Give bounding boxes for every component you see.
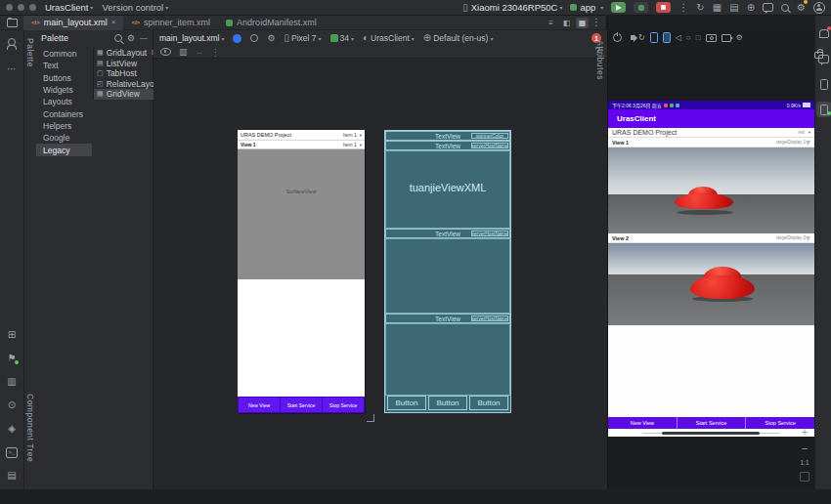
overview-icon[interactable]: □: [696, 34, 701, 42]
device-3d-view-1[interactable]: [608, 147, 814, 233]
device-view2-row[interactable]: View 2 targetDisplay 2 ▾: [608, 233, 814, 243]
preview-empty-area[interactable]: [238, 279, 365, 397]
fold-in-icon[interactable]: [663, 32, 671, 43]
palette-item-tabhost[interactable]: ▢TabHost: [94, 68, 154, 79]
preview-appbar[interactable]: URAS DEMO Project Item 1 ▾: [238, 130, 365, 140]
palette-category-widgets[interactable]: Widgets: [36, 84, 92, 96]
split-view-icon[interactable]: ◧: [560, 18, 573, 28]
blueprint-button[interactable]: Button: [387, 396, 426, 410]
palette-item-listview[interactable]: ▤ListView: [94, 59, 154, 69]
tab-spinner-item-xml[interactable]: </> spinner_item.xml: [123, 16, 218, 30]
pan-icon[interactable]: ↔: [196, 48, 203, 57]
view-options-icon[interactable]: [160, 48, 171, 56]
new-view-button[interactable]: New View: [608, 417, 677, 429]
blueprint-textview-row[interactable]: TextView serverHostName: [385, 229, 510, 238]
zoom-actual-button[interactable]: 1:1: [800, 460, 809, 467]
gear-icon[interactable]: ⚙: [127, 34, 135, 43]
component-tree-vertical-tab[interactable]: Component Tree: [25, 394, 35, 462]
run-configuration-selector[interactable]: app ▾: [570, 2, 603, 13]
unlocked-icon[interactable]: [814, 52, 823, 59]
gradle-sync-icon[interactable]: ↻: [696, 3, 704, 13]
device-view1-row[interactable]: View 1 targetDisplay 1 ▾: [608, 138, 814, 147]
project-menu[interactable]: UrasClient ▾: [45, 2, 93, 13]
api-level-picker[interactable]: 34 ▾: [330, 33, 354, 43]
blueprint-view-box[interactable]: [385, 238, 510, 314]
device-manager-tool-button[interactable]: [816, 76, 831, 92]
attributes-vertical-tab[interactable]: Attributes: [595, 40, 605, 80]
palette-category-google[interactable]: Google: [36, 132, 92, 144]
blueprint-spinner-tag[interactable]: spinnerColor: [471, 133, 508, 139]
blueprint-button[interactable]: Button: [469, 396, 508, 410]
more-tool-windows-button[interactable]: ⋯: [4, 62, 20, 77]
search-everywhere-icon[interactable]: [781, 4, 789, 12]
terminal-tool-button[interactable]: >_: [4, 444, 20, 460]
blueprint-spinner-tag[interactable]: serverHostName: [471, 143, 508, 148]
close-tab-icon[interactable]: ×: [111, 19, 116, 26]
drag-handle-icon[interactable]: ⋮: [211, 47, 221, 58]
preview-spinner[interactable]: Item 1: [343, 132, 357, 138]
palette-category-text[interactable]: Text: [36, 60, 92, 71]
display-spinner[interactable]: targetDisplay 1: [776, 140, 806, 145]
more-actions-icon[interactable]: ⋮: [678, 3, 688, 13]
preview-start-service-button[interactable]: Start Service: [281, 398, 322, 412]
stop-button[interactable]: [656, 2, 671, 13]
running-devices-tool-button[interactable]: [816, 102, 831, 117]
color-spinner[interactable]: red: [798, 130, 805, 135]
palette-category-buttons[interactable]: Buttons: [36, 72, 92, 84]
zoom-out-button[interactable]: −: [802, 443, 808, 454]
macos-window-controls[interactable]: [6, 4, 36, 11]
design-preview-surface[interactable]: URAS DEMO Project Item 1 ▾ View 1 Item 1…: [238, 130, 365, 413]
rotate-icon[interactable]: ↻: [638, 34, 645, 42]
preview-surfaceview[interactable]: SurfaceView: [238, 149, 365, 279]
preview-stop-service-button[interactable]: Stop Service: [323, 398, 364, 412]
preview-view-row[interactable]: View 1 Item 1 ▾: [238, 140, 365, 149]
fold-out-icon[interactable]: [650, 32, 658, 43]
logcat-tool-button[interactable]: ▤: [4, 468, 20, 483]
screenshot-icon[interactable]: [706, 34, 717, 42]
start-service-button[interactable]: Start Service: [677, 417, 746, 429]
night-mode-icon[interactable]: [250, 34, 258, 42]
preview-spinner[interactable]: Item 1: [343, 142, 357, 147]
blueprint-button[interactable]: Button: [428, 396, 467, 410]
tab-main-layout-xml[interactable]: </> main_layout.xml ×: [23, 16, 123, 30]
blueprint-textview-row[interactable]: TextView serverHostName: [385, 141, 510, 150]
preview-resize-handle[interactable]: [367, 414, 374, 422]
app-inspection-icon[interactable]: ⊕: [747, 3, 755, 13]
palette-category-layouts[interactable]: Layouts: [36, 96, 92, 107]
account-avatar[interactable]: [813, 2, 825, 14]
palette-category-helpers[interactable]: Helpers: [36, 120, 92, 132]
palette-item-relativelayout[interactable]: ◰RelativeLayout: [94, 79, 154, 90]
more-options-icon[interactable]: ⋮: [591, 18, 601, 27]
device-explorer-tool-button[interactable]: ⊞: [4, 327, 20, 343]
dependencies-tool-button[interactable]: ◈: [4, 421, 20, 437]
blueprint-textview-row[interactable]: TextView spinnerColor: [385, 131, 510, 141]
minimize-panel-icon[interactable]: —: [140, 34, 148, 42]
palette-item-gridview[interactable]: ▦GridView: [94, 89, 154, 100]
design-view-icon[interactable]: ▦: [576, 18, 589, 28]
blueprint-spinner-tag[interactable]: serverHostName: [471, 231, 508, 236]
project-tool-button[interactable]: [0, 19, 23, 27]
version-control-tool-button[interactable]: ⚑: [4, 351, 20, 366]
power-icon[interactable]: [613, 33, 622, 42]
back-icon[interactable]: ◁: [676, 34, 681, 42]
vcs-menu[interactable]: Version control ▾: [102, 2, 168, 13]
display-spinner[interactable]: targetDisplay 2: [776, 235, 806, 240]
file-selector[interactable]: main_layout.xml ▾: [159, 33, 224, 43]
palette-category-common[interactable]: Common: [36, 48, 92, 60]
volume-icon[interactable]: [631, 35, 634, 40]
commit-tool-button[interactable]: [4, 36, 20, 52]
blueprint-surface[interactable]: TextView spinnerColor TextView serverHos…: [384, 130, 511, 413]
maximize-window-icon[interactable]: [29, 4, 36, 11]
palette-category-legacy[interactable]: Legacy: [36, 144, 92, 155]
close-window-icon[interactable]: [6, 4, 13, 11]
debug-button[interactable]: [634, 2, 648, 13]
device-manager-icon[interactable]: ▦: [713, 3, 722, 13]
locale-picker[interactable]: ⊕ Default (en-us) ▾: [423, 33, 494, 43]
ui-mode-icon[interactable]: ⚙: [267, 34, 275, 43]
blueprint-textview-row[interactable]: TextView serverHostName: [385, 314, 510, 323]
palette-category-containers[interactable]: Containers: [36, 107, 92, 119]
blueprint-mode-icon[interactable]: ▥: [179, 48, 188, 57]
todo-list-icon[interactable]: ▤: [729, 3, 738, 13]
minimize-window-icon[interactable]: [18, 4, 24, 11]
code-view-icon[interactable]: ≡: [545, 18, 557, 28]
